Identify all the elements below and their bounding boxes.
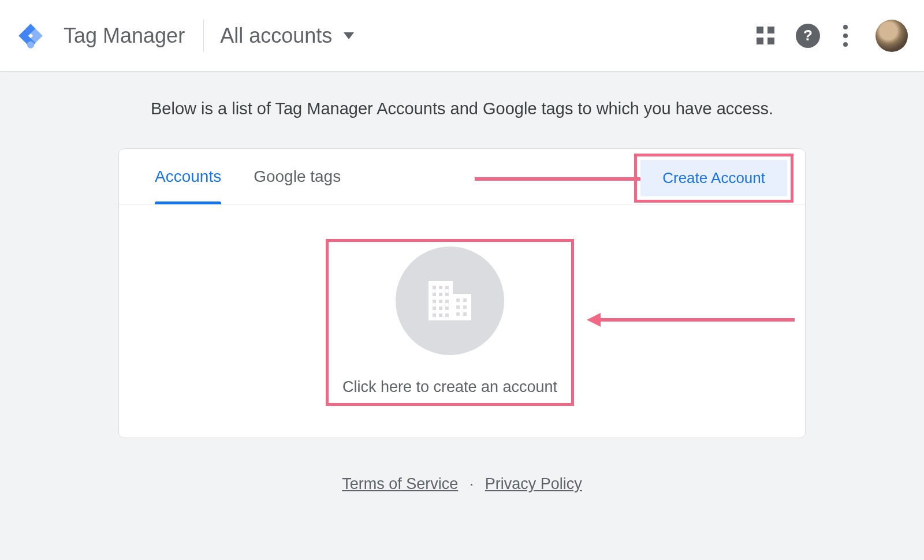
account-selector-dropdown[interactable]: All accounts <box>220 24 354 48</box>
svg-rect-11 <box>439 300 442 303</box>
svg-rect-21 <box>456 305 460 309</box>
tag-manager-logo-icon <box>16 21 45 50</box>
svg-rect-10 <box>433 300 436 303</box>
svg-rect-15 <box>445 307 449 310</box>
avatar[interactable] <box>875 20 908 52</box>
card-header: Accounts Google tags Create Account <box>119 149 805 204</box>
empty-state-circle[interactable] <box>396 247 504 355</box>
empty-state-text[interactable]: Click here to create an account <box>338 378 562 396</box>
building-icon <box>427 281 472 320</box>
svg-rect-16 <box>433 313 436 317</box>
tab-accounts[interactable]: Accounts <box>155 149 221 204</box>
chevron-down-icon <box>344 32 354 39</box>
privacy-link[interactable]: Privacy Policy <box>485 475 582 492</box>
svg-rect-8 <box>439 293 442 296</box>
annotation-highlight: Create Account <box>634 154 793 203</box>
more-vert-icon[interactable] <box>841 23 850 49</box>
svg-point-0 <box>27 41 35 48</box>
apps-grid-icon[interactable] <box>757 27 775 45</box>
svg-rect-24 <box>463 312 467 316</box>
app-header: Tag Manager All accounts ? <box>0 0 924 72</box>
header-actions: ? <box>757 20 908 52</box>
svg-rect-3 <box>453 294 471 320</box>
svg-rect-9 <box>445 293 449 296</box>
svg-rect-7 <box>433 293 436 296</box>
tab-google-tags[interactable]: Google tags <box>254 149 341 204</box>
intro-text: Below is a list of Tag Manager Accounts … <box>14 72 910 148</box>
main-content: Below is a list of Tag Manager Accounts … <box>0 72 924 530</box>
tabs: Accounts Google tags <box>155 149 341 204</box>
svg-rect-17 <box>439 313 442 317</box>
terms-link[interactable]: Terms of Service <box>342 475 458 492</box>
svg-rect-5 <box>439 286 442 289</box>
annotation-highlight: Click here to create an account <box>326 239 574 406</box>
svg-rect-12 <box>445 300 449 303</box>
accounts-card: Accounts Google tags Create Account <box>118 148 806 438</box>
help-icon[interactable]: ? <box>796 24 820 48</box>
divider <box>203 20 204 52</box>
svg-rect-22 <box>463 305 467 309</box>
create-account-button[interactable]: Create Account <box>640 160 787 196</box>
footer: Terms of Service · Privacy Policy <box>14 438 910 530</box>
svg-rect-14 <box>439 307 442 310</box>
svg-rect-13 <box>433 307 436 310</box>
annotation-arrow-icon <box>587 313 795 327</box>
account-selector-label: All accounts <box>220 24 332 48</box>
card-body: Click here to create an account <box>119 204 805 438</box>
svg-rect-6 <box>445 286 449 289</box>
svg-rect-19 <box>456 298 460 302</box>
svg-rect-20 <box>463 298 467 302</box>
svg-rect-4 <box>433 286 436 289</box>
footer-separator: · <box>470 475 474 492</box>
svg-rect-23 <box>456 312 460 316</box>
svg-rect-18 <box>445 313 449 317</box>
app-title: Tag Manager <box>64 24 203 48</box>
